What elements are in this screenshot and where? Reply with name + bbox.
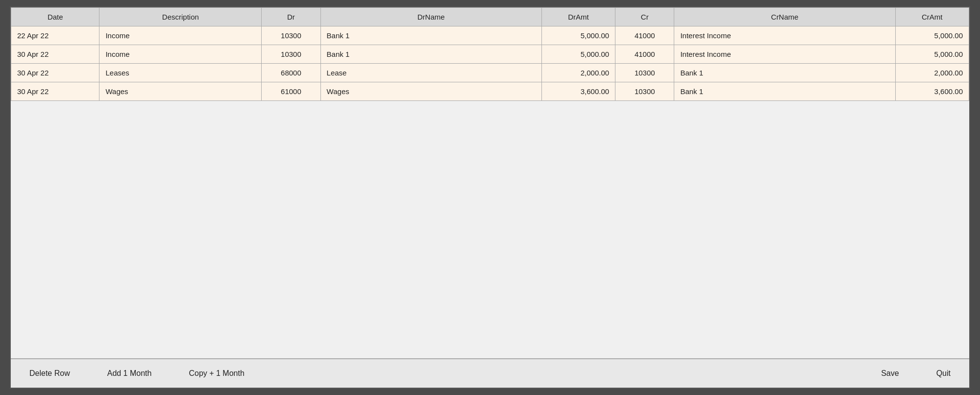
table-row[interactable]: 22 Apr 22Income10300Bank 15,000.0041000I… bbox=[11, 26, 969, 45]
col-date: Date bbox=[11, 8, 99, 26]
col-dr: Dr bbox=[262, 8, 320, 26]
table-cell: 10300 bbox=[615, 64, 674, 82]
table-cell: Bank 1 bbox=[674, 64, 895, 82]
table-cell: Wages bbox=[320, 82, 541, 101]
table-cell: 5,000.00 bbox=[541, 45, 615, 64]
table-cell: Income bbox=[99, 26, 262, 45]
quit-button[interactable]: Quit bbox=[932, 367, 955, 380]
table-row[interactable]: 30 Apr 22Leases68000Lease2,000.0010300Ba… bbox=[11, 64, 969, 82]
table-cell: Leases bbox=[99, 64, 262, 82]
col-crname: CrName bbox=[674, 8, 895, 26]
table-cell: 30 Apr 22 bbox=[11, 45, 99, 64]
table-cell: 5,000.00 bbox=[895, 26, 969, 45]
table-cell: 2,000.00 bbox=[541, 64, 615, 82]
table-cell: 30 Apr 22 bbox=[11, 82, 99, 101]
col-drname: DrName bbox=[320, 8, 541, 26]
table-row[interactable]: 30 Apr 22Wages61000Wages3,600.0010300Ban… bbox=[11, 82, 969, 101]
col-dramt: DrAmt bbox=[541, 8, 615, 26]
table-cell: 41000 bbox=[615, 45, 674, 64]
table-cell: Bank 1 bbox=[320, 26, 541, 45]
table-cell: Bank 1 bbox=[320, 45, 541, 64]
journal-table: Date Description Dr DrName DrAmt Cr CrNa… bbox=[11, 7, 969, 101]
table-cell: Income bbox=[99, 45, 262, 64]
delete-row-button[interactable]: Delete Row bbox=[25, 367, 74, 380]
col-cr: Cr bbox=[615, 8, 674, 26]
table-cell: 68000 bbox=[262, 64, 320, 82]
table-cell: Wages bbox=[99, 82, 262, 101]
table-cell: 5,000.00 bbox=[895, 45, 969, 64]
table-cell: 3,600.00 bbox=[895, 82, 969, 101]
table-cell: 61000 bbox=[262, 82, 320, 101]
col-description: Description bbox=[99, 8, 262, 26]
copy-1-month-button[interactable]: Copy + 1 Month bbox=[185, 367, 248, 380]
col-cramt: CrAmt bbox=[895, 8, 969, 26]
footer-right: Save Quit bbox=[877, 367, 955, 380]
table-header-row: Date Description Dr DrName DrAmt Cr CrNa… bbox=[11, 8, 969, 26]
table-cell: 2,000.00 bbox=[895, 64, 969, 82]
table-container: Date Description Dr DrName DrAmt Cr CrNa… bbox=[11, 7, 969, 358]
save-button[interactable]: Save bbox=[877, 367, 903, 380]
add-1-month-button[interactable]: Add 1 Month bbox=[103, 367, 156, 380]
table-cell: 3,600.00 bbox=[541, 82, 615, 101]
table-cell: 30 Apr 22 bbox=[11, 64, 99, 82]
table-cell: Lease bbox=[320, 64, 541, 82]
table-cell: 10300 bbox=[615, 82, 674, 101]
table-cell: Interest Income bbox=[674, 26, 895, 45]
table-cell: 10300 bbox=[262, 45, 320, 64]
table-row[interactable]: 30 Apr 22Income10300Bank 15,000.0041000I… bbox=[11, 45, 969, 64]
table-cell: 22 Apr 22 bbox=[11, 26, 99, 45]
table-cell: Interest Income bbox=[674, 45, 895, 64]
table-cell: 5,000.00 bbox=[541, 26, 615, 45]
table-cell: 10300 bbox=[262, 26, 320, 45]
footer: Delete Row Add 1 Month Copy + 1 Month Sa… bbox=[11, 358, 969, 388]
main-window: Date Description Dr DrName DrAmt Cr CrNa… bbox=[10, 6, 970, 389]
table-cell: Bank 1 bbox=[674, 82, 895, 101]
table-cell: 41000 bbox=[615, 26, 674, 45]
